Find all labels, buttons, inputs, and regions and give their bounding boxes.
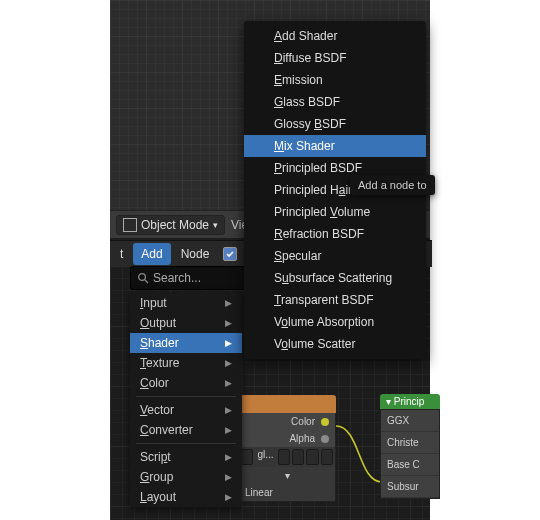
tool-icon[interactable] — [292, 449, 304, 465]
image-name[interactable]: gl... — [255, 449, 275, 465]
menu-item-label: Color — [140, 376, 169, 390]
crop-right — [430, 0, 540, 520]
svg-point-0 — [139, 274, 146, 281]
add-menu-item-vector[interactable]: Vector▶ — [130, 400, 242, 420]
tool-icon[interactable] — [306, 449, 318, 465]
mode-label: Object Mode — [141, 218, 209, 232]
search-placeholder: Search... — [153, 271, 201, 285]
submenu-arrow-icon: ▶ — [225, 358, 232, 368]
node-menu-button[interactable]: Node — [173, 243, 218, 265]
menu-item-label: Group — [140, 470, 173, 484]
shader-item-emission[interactable]: Emission — [244, 69, 426, 91]
image-browse-icon[interactable] — [241, 449, 253, 465]
shader-item-diffuse-bsdf[interactable]: Diffuse BSDF — [244, 47, 426, 69]
shader-item-mix-shader[interactable]: Mix Shader — [244, 135, 426, 157]
menu-item-label: Output — [140, 316, 176, 330]
submenu-arrow-icon: ▶ — [225, 472, 232, 482]
add-submenu: Input▶Output▶Shader▶Texture▶Color▶Vector… — [130, 293, 242, 507]
submenu-arrow-icon: ▶ — [225, 318, 232, 328]
output-alpha-label: Alpha — [289, 433, 315, 444]
add-menu-item-output[interactable]: Output▶ — [130, 313, 242, 333]
node-row[interactable]: Christe — [381, 432, 439, 454]
image-field-row: gl... — [239, 447, 335, 467]
menu-item-label: Vector — [140, 403, 174, 417]
tri-icon: ▾ — [386, 396, 394, 407]
menu-item-label: Input — [140, 296, 167, 310]
shader-item-add-shader[interactable]: Add Shader — [244, 25, 426, 47]
add-menu-item-texture[interactable]: Texture▶ — [130, 353, 242, 373]
menu-item-label: Texture — [140, 356, 179, 370]
chevron-down-icon: ▾ — [213, 220, 218, 230]
menu-item-label: Converter — [140, 423, 193, 437]
add-menu-item-input[interactable]: Input▶ — [130, 293, 242, 313]
shader-item-refraction-bsdf[interactable]: Refraction BSDF — [244, 223, 426, 245]
svg-line-1 — [145, 280, 148, 283]
principled-title: Princip — [394, 396, 425, 407]
principled-node[interactable]: ▾ Princip GGX Christe Base C Subsur — [380, 394, 440, 510]
dropdown[interactable]: ▾ — [245, 470, 329, 481]
node-header-bar[interactable] — [238, 395, 336, 413]
menu-item-label: Script — [140, 450, 171, 464]
shader-item-transparent-bsdf[interactable]: Transparent BSDF — [244, 289, 426, 311]
shader-item-glossy-bsdf[interactable]: Glossy BSDF — [244, 113, 426, 135]
alpha-socket[interactable] — [321, 435, 329, 443]
tooltip: Add a node to — [350, 175, 435, 195]
submenu-arrow-icon: ▶ — [225, 425, 232, 435]
submenu-arrow-icon: ▶ — [225, 298, 232, 308]
unlink-icon[interactable] — [321, 449, 333, 465]
shader-item-specular[interactable]: Specular — [244, 245, 426, 267]
node-row[interactable]: GGX — [381, 410, 439, 432]
image-texture-node[interactable]: Color Alpha gl... ▾ Linear — [238, 395, 336, 502]
shader-item-glass-bsdf[interactable]: Glass BSDF — [244, 91, 426, 113]
add-menu-item-layout[interactable]: Layout▶ — [130, 487, 242, 507]
node-row[interactable]: Base C — [381, 454, 439, 476]
object-mode-icon — [123, 218, 137, 232]
node-row[interactable]: Subsur — [381, 476, 439, 498]
truncated-menu[interactable]: t — [112, 243, 131, 265]
color-socket[interactable] — [321, 418, 329, 426]
add-menu-item-color[interactable]: Color▶ — [130, 373, 242, 393]
output-color-label: Color — [291, 416, 315, 427]
menu-item-label: Shader — [140, 336, 179, 350]
search-icon — [137, 272, 149, 284]
add-menu-item-script[interactable]: Script▶ — [130, 447, 242, 467]
tool-icon[interactable] — [278, 449, 290, 465]
shader-item-subsurface-scattering[interactable]: Subsurface Scattering — [244, 267, 426, 289]
search-input[interactable]: Search... — [130, 266, 256, 290]
add-menu-item-converter[interactable]: Converter▶ — [130, 420, 242, 440]
submenu-arrow-icon: ▶ — [225, 405, 232, 415]
menu-item-label: Layout — [140, 490, 176, 504]
add-menu-button[interactable]: Add — [133, 243, 170, 265]
submenu-arrow-icon: ▶ — [225, 452, 232, 462]
shader-item-volume-absorption[interactable]: Volume Absorption — [244, 311, 426, 333]
crop-left — [0, 0, 110, 520]
submenu-arrow-icon: ▶ — [225, 338, 232, 348]
use-nodes-checkbox[interactable] — [223, 247, 237, 261]
interpolation-label[interactable]: Linear — [245, 487, 273, 498]
mode-dropdown[interactable]: Object Mode ▾ — [116, 215, 225, 235]
submenu-arrow-icon: ▶ — [225, 492, 232, 502]
add-menu-item-shader[interactable]: Shader▶ — [130, 333, 242, 353]
shader-item-volume-scatter[interactable]: Volume Scatter — [244, 333, 426, 355]
shader-item-principled-volume[interactable]: Principled Volume — [244, 201, 426, 223]
submenu-arrow-icon: ▶ — [225, 378, 232, 388]
add-menu-item-group[interactable]: Group▶ — [130, 467, 242, 487]
